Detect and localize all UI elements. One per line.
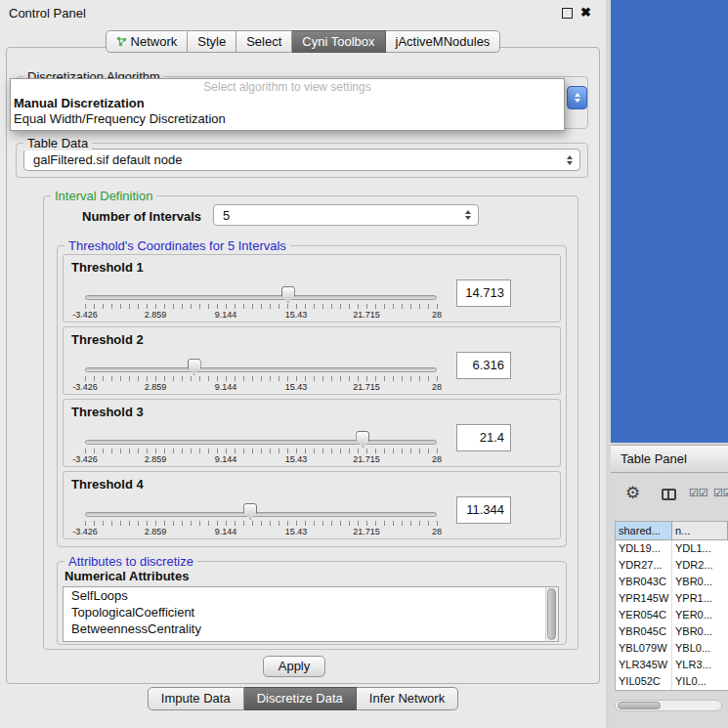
tab-discretize-data[interactable]: Discretize Data bbox=[244, 687, 357, 710]
tick-label: 2.859 bbox=[145, 310, 167, 320]
tab-jactivemnodules[interactable]: jActiveMNodules bbox=[386, 30, 501, 53]
table-cell: YIL0... bbox=[672, 673, 728, 690]
tab-label: Cyni Toolbox bbox=[302, 34, 374, 49]
table-row[interactable]: YDR27...YDR2... bbox=[616, 557, 728, 574]
tab-style[interactable]: Style bbox=[188, 30, 236, 53]
slider-thumb[interactable] bbox=[281, 286, 295, 303]
threshold-label: Threshold 3 bbox=[71, 405, 144, 419]
table-row[interactable]: YDL19...YDL1... bbox=[616, 540, 728, 557]
table-cell: YBR0... bbox=[672, 574, 728, 590]
threshold-label: Threshold 4 bbox=[71, 477, 144, 492]
popup-item-equal-width-frequency-discretization[interactable]: Equal Width/Frequency Discretization bbox=[11, 111, 564, 127]
columns-icon[interactable] bbox=[662, 489, 676, 500]
combo-stepper-icon bbox=[465, 210, 471, 220]
tick-label: 15.43 bbox=[285, 382, 308, 392]
gear-icon[interactable]: ⚙ bbox=[625, 483, 640, 503]
tick-label: 2.859 bbox=[145, 454, 167, 464]
threshold-box-3: Threshold 3-3.4262.8599.14415.4321.71528… bbox=[63, 399, 561, 467]
attribute-item-selfloops[interactable]: SelfLoops bbox=[64, 587, 558, 604]
slider-thumb[interactable] bbox=[356, 431, 369, 448]
numerical-attributes-label: Numerical Attributes bbox=[64, 569, 189, 583]
slider-ticks bbox=[85, 449, 438, 453]
table-row[interactable]: YBR043CYBR0... bbox=[616, 574, 728, 590]
numerical-attributes-list: SelfLoopsTopologicalCoefficientBetweenne… bbox=[63, 586, 559, 642]
popup-placeholder: Select algorithm to view settings bbox=[11, 79, 564, 96]
attribute-item-betweennesscentrality[interactable]: BetweennessCentrality bbox=[64, 621, 558, 637]
number-of-intervals-combo[interactable]: 5 bbox=[213, 204, 479, 226]
combo-stepper-icon bbox=[567, 155, 573, 165]
tick-label: 15.43 bbox=[285, 454, 308, 464]
number-of-intervals-label: Number of Intervals bbox=[82, 209, 201, 224]
tick-label: 28 bbox=[432, 382, 442, 392]
slider-track[interactable] bbox=[85, 512, 437, 517]
tick-label: 9.144 bbox=[215, 454, 237, 464]
tick-label: 15.43 bbox=[285, 527, 308, 536]
tick-label: 2.859 bbox=[145, 527, 167, 536]
node-attribute-table: shared...n... YDL19...YDL1...YDR27...YDR… bbox=[615, 521, 728, 691]
select-columns-checkboxes-icon[interactable]: ☑☑ bbox=[689, 487, 708, 499]
threshold-value-field[interactable]: 14.713 bbox=[456, 279, 511, 307]
table-data-combo[interactable]: galFiltered.sif default node bbox=[23, 149, 580, 171]
slider-thumb[interactable] bbox=[188, 359, 201, 375]
close-icon[interactable]: ✖ bbox=[580, 5, 591, 20]
table-data-combo-value: galFiltered.sif default node bbox=[33, 152, 182, 167]
tick-label: -3.426 bbox=[72, 382, 98, 392]
tick-label: 2.859 bbox=[145, 382, 167, 392]
tab-network[interactable]: Network bbox=[106, 30, 189, 53]
table-cell: YPR145W bbox=[616, 590, 672, 607]
attribute-item-topologicalcoefficient[interactable]: TopologicalCoefficient bbox=[64, 604, 558, 621]
tab-select[interactable]: Select bbox=[236, 30, 292, 53]
table-cell: YDR27... bbox=[616, 557, 672, 574]
scrollbar-thumb[interactable] bbox=[618, 702, 661, 709]
stepper-down-icon bbox=[575, 99, 580, 103]
horizontal-scrollbar[interactable] bbox=[615, 700, 722, 711]
tick-label: 28 bbox=[432, 527, 442, 536]
tab-infer-network[interactable]: Infer Network bbox=[357, 687, 458, 710]
column-header-0[interactable]: shared... bbox=[616, 522, 672, 540]
table-cell: YLR345W bbox=[616, 657, 672, 673]
select-rows-checkboxes-icon[interactable]: ☑☑ bbox=[713, 487, 728, 499]
apply-button[interactable]: Apply bbox=[263, 656, 325, 677]
slider-thumb[interactable] bbox=[243, 503, 257, 520]
list-scrollbar[interactable] bbox=[545, 587, 558, 641]
slider-ticks bbox=[85, 376, 438, 381]
slider-track[interactable] bbox=[85, 440, 437, 445]
table-cell: YBR0... bbox=[672, 623, 728, 640]
threshold-value-field[interactable]: 21.4 bbox=[456, 424, 511, 451]
tab-impute-data[interactable]: Impute Data bbox=[148, 687, 244, 710]
column-header-1[interactable]: n... bbox=[672, 522, 728, 540]
threshold-value-field[interactable]: 6.316 bbox=[456, 352, 511, 379]
tick-label: -3.426 bbox=[72, 527, 98, 536]
algorithm-popup-list: Manual DiscretizationEqual Width/Frequen… bbox=[11, 96, 564, 127]
threshold-value-field[interactable]: 11.344 bbox=[456, 496, 511, 524]
table-row[interactable]: YER054CYER0... bbox=[616, 607, 728, 623]
popup-item-manual-discretization[interactable]: Manual Discretization bbox=[11, 96, 564, 111]
table-cell: YBL0... bbox=[672, 640, 728, 657]
table-cell: YER0... bbox=[672, 607, 728, 623]
thresholds-list: Threshold 1-3.4262.8599.14415.4321.71528… bbox=[63, 254, 561, 543]
table-row[interactable]: YLR345WYLR3... bbox=[616, 657, 728, 673]
table-row[interactable]: YBR045CYBR0... bbox=[616, 623, 728, 640]
table-cell: YPR1... bbox=[672, 590, 728, 607]
threshold-box-1: Threshold 1-3.4262.8599.14415.4321.71528… bbox=[63, 254, 561, 322]
tick-label: -3.426 bbox=[72, 310, 98, 320]
slider-track[interactable] bbox=[85, 295, 437, 300]
scrollbar-thumb[interactable] bbox=[547, 588, 556, 640]
table-row[interactable]: YPR145WYPR1... bbox=[616, 590, 728, 607]
tick-label: 21.715 bbox=[353, 527, 380, 536]
number-of-intervals-value: 5 bbox=[223, 208, 230, 223]
tick-label: 9.144 bbox=[215, 382, 237, 392]
table-row[interactable]: YIL052CYIL0... bbox=[616, 673, 728, 690]
tab-label: Network bbox=[131, 34, 178, 49]
slider-track[interactable] bbox=[85, 367, 437, 372]
tick-label: 21.715 bbox=[353, 454, 380, 464]
float-window-icon[interactable] bbox=[562, 8, 573, 19]
table-header-row: shared...n... bbox=[616, 522, 728, 540]
algorithm-combo-stepper[interactable] bbox=[567, 86, 587, 109]
table-body: YDL19...YDL1...YDR27...YDR2...YBR043CYBR… bbox=[616, 540, 728, 690]
table-panel-header: Table Panel bbox=[611, 445, 728, 473]
tab-cyni-toolbox[interactable]: Cyni Toolbox bbox=[292, 30, 385, 53]
table-row[interactable]: YBL079WYBL0... bbox=[616, 640, 728, 657]
table-cell: YBR045C bbox=[616, 623, 672, 640]
slider-ticks bbox=[85, 304, 438, 309]
